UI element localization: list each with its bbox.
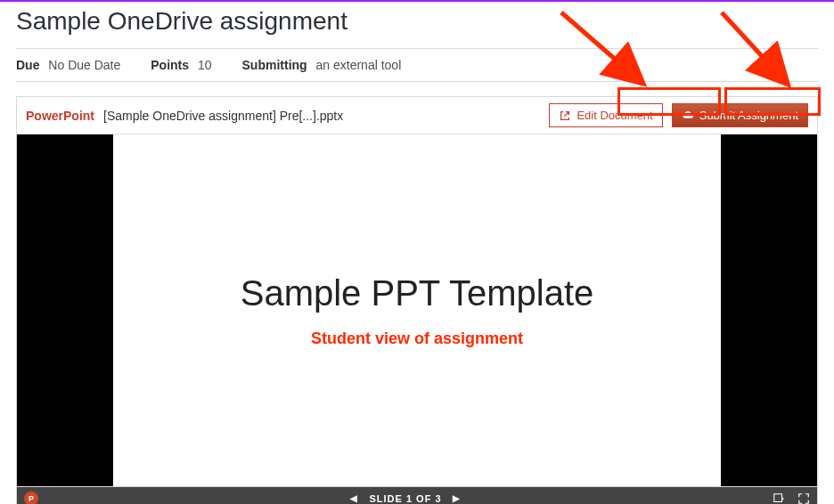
slide-annotation: Student view of assignment [311,329,523,348]
slide-viewer: Sample PPT Template Student view of assi… [16,134,818,487]
slide-counter: SLIDE 1 OF 3 [369,493,441,504]
pillarbox-left [17,134,113,486]
slide-canvas: Sample PPT Template Student view of assi… [113,134,721,486]
edit-document-button[interactable]: Edit Document [549,103,662,127]
submitting-group: Submitting an external tool [242,58,402,72]
document-bar: PowerPoint [Sample OneDrive assignment] … [16,96,818,134]
open-external-icon [559,110,571,122]
next-slide-button[interactable]: ▶ [453,493,461,503]
edit-document-label: Edit Document [576,109,652,122]
view-menu-button[interactable] [773,492,785,505]
submitting-label: Submitting [242,58,307,72]
fullscreen-button[interactable] [797,492,810,505]
app-name: PowerPoint [26,109,94,123]
page-title: Sample OneDrive assignment [16,2,818,48]
points-label: Points [151,58,189,72]
submit-assignment-button[interactable]: Submit Assignment [672,103,808,127]
prev-slide-button[interactable]: ◀ [350,493,358,503]
submit-assignment-label: Submit Assignment [699,109,798,122]
cloud-upload-icon [682,110,694,122]
slide-title: Sample PPT Template [241,273,594,313]
slide-nav: ◀ SLIDE 1 OF 3 ▶ [49,493,762,504]
svg-rect-0 [774,493,782,501]
viewer-status-bar: P ◀ SLIDE 1 OF 3 ▶ [16,487,818,504]
assignment-meta-row: Due No Due Date Points 10 Submitting an … [16,48,818,82]
due-value: No Due Date [48,58,120,72]
points-group: Points 10 [151,58,211,72]
powerpoint-badge-icon: P [24,492,38,505]
points-value: 10 [198,58,212,72]
due-label: Due [16,58,39,72]
due-group: Due No Due Date [16,58,120,72]
submitting-value: an external tool [316,58,402,72]
file-name: [Sample OneDrive assignment] Pre[...].pp… [103,109,343,123]
pillarbox-right [721,134,817,486]
